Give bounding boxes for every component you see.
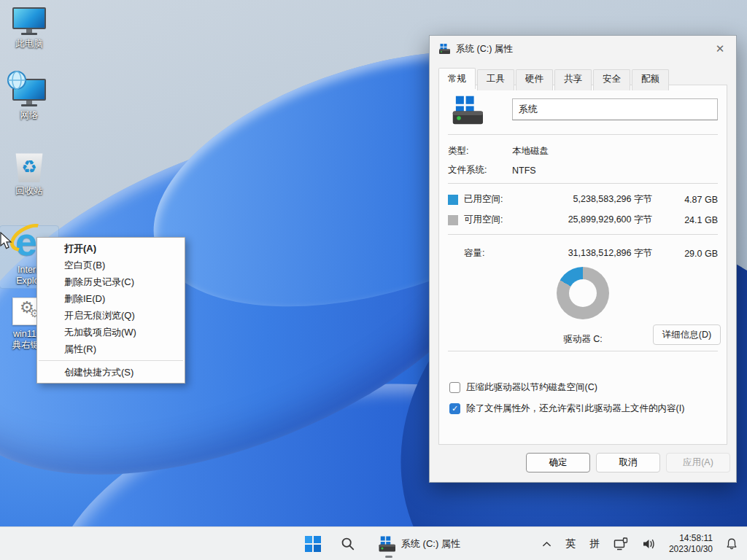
desktop-icon-label: 网络: [20, 110, 39, 121]
index-checkbox-row[interactable]: ✓ 除了文件属性外，还允许索引此驱动器上文件的内容(I): [449, 402, 684, 415]
globe-icon: [7, 70, 27, 90]
tab-general[interactable]: 常规: [438, 68, 476, 89]
tab-quota[interactable]: 配额: [632, 69, 669, 90]
capacity-row: 容量: 31,138,512,896 字节 29.0 GB: [448, 247, 718, 260]
tray-time: 14:58:11: [669, 533, 713, 544]
drive-caption: 驱动器 C:: [563, 333, 602, 346]
desktop-icon-label: 此电脑: [15, 39, 43, 50]
this-pc-icon: [12, 7, 46, 35]
menu-item-blank-page[interactable]: 空白页(B): [37, 257, 185, 273]
menu-item-properties[interactable]: 属性(R): [37, 341, 185, 357]
notification-center-button[interactable]: [721, 529, 743, 559]
bell-icon: [725, 537, 738, 551]
network-tray-button[interactable]: [609, 529, 632, 559]
capacity-label: 容量:: [464, 247, 534, 260]
search-button[interactable]: [334, 529, 362, 559]
menu-item-create-shortcut[interactable]: 创建快捷方式(S): [37, 364, 185, 381]
free-space-swatch: [448, 215, 458, 225]
apply-button[interactable]: 应用(A): [666, 453, 730, 472]
free-space-bytes: 25,899,929,600 字节: [534, 214, 662, 226]
used-space-bytes: 5,238,583,296 字节: [534, 193, 662, 206]
ethernet-icon: [614, 537, 628, 551]
network-icon: [12, 79, 46, 106]
menu-item-inprivate[interactable]: 开启无痕浏览(Q): [37, 307, 185, 324]
compress-checkbox-row[interactable]: ✓ 压缩此驱动器以节约磁盘空间(C): [449, 381, 597, 394]
menu-item-delete-ie[interactable]: 删除IE(D): [37, 290, 185, 307]
used-space-size: 4.87 GB: [662, 195, 718, 205]
tab-tools[interactable]: 工具: [477, 69, 514, 90]
tab-page-general: 类型: 本地磁盘 文件系统: NTFS 已用空间: 5,238,583,296 …: [438, 85, 727, 445]
volume-tray-button[interactable]: [638, 529, 661, 559]
type-row: 类型: 本地磁盘: [448, 145, 718, 158]
drive-icon-large: [451, 94, 483, 126]
type-value: 本地磁盘: [512, 145, 549, 158]
volume-label-input[interactable]: [512, 98, 718, 120]
cancel-button[interactable]: 取消: [596, 453, 660, 472]
tray-date: 2023/10/30: [669, 544, 713, 555]
disk-usage-donut: [557, 267, 609, 319]
menu-item-open[interactable]: 打开(A): [37, 240, 185, 257]
desktop: 此电脑 网络 ♻ 回收站 e Intern Explor: [0, 0, 747, 560]
compress-checkbox-label: 压缩此驱动器以节约磁盘空间(C): [466, 381, 597, 394]
search-icon: [341, 537, 355, 551]
mouse-cursor: [0, 232, 15, 251]
chevron-up-icon: [542, 541, 551, 548]
dialog-tabs: 常规 工具 硬件 共享 安全 配额: [438, 68, 670, 89]
taskbar-app-properties[interactable]: 系统 (C:) 属性: [369, 529, 469, 559]
taskbar-center: 系统 (C:) 属性: [299, 527, 469, 560]
menu-item-no-addons[interactable]: 无加载项启动(W): [37, 324, 185, 341]
capacity-bytes: 31,138,512,896 字节: [534, 247, 662, 260]
context-menu: 打开(A) 空白页(B) 删除历史记录(C) 删除IE(D) 开启无痕浏览(Q)…: [36, 237, 185, 384]
properties-dialog: 系统 (C:) 属性 ✕ 常规 工具 硬件 共享 安全 配额: [429, 35, 737, 483]
close-icon[interactable]: ✕: [708, 39, 732, 59]
speaker-icon: [642, 537, 657, 551]
recycle-bin-icon: ♻: [15, 152, 44, 182]
dialog-title: 系统 (C:) 属性: [456, 43, 513, 55]
tab-hardware[interactable]: 硬件: [516, 69, 553, 90]
filesystem-row: 文件系统: NTFS: [448, 164, 718, 176]
desktop-icon-recycle-bin[interactable]: ♻ 回收站: [0, 152, 58, 197]
free-space-row: 可用空间: 25,899,929,600 字节 24.1 GB: [448, 214, 718, 226]
used-space-swatch: [448, 195, 458, 205]
divider: [448, 183, 718, 184]
index-checkbox[interactable]: ✓: [449, 403, 460, 414]
filesystem-label: 文件系统:: [448, 164, 512, 176]
free-space-size: 24.1 GB: [662, 215, 718, 225]
taskbar: 系统 (C:) 属性 英 拼: [0, 526, 747, 560]
desktop-icon-network[interactable]: 网络: [0, 79, 58, 121]
index-checkbox-label: 除了文件属性外，还允许索引此驱动器上文件的内容(I): [466, 402, 684, 415]
menu-item-delete-history[interactable]: 删除历史记录(C): [37, 273, 185, 290]
windows-logo-icon: [305, 536, 321, 552]
donut-hole: [569, 279, 597, 307]
menu-separator: [39, 360, 183, 361]
capacity-size: 29.0 GB: [662, 249, 718, 259]
ime-mode-button[interactable]: 拼: [585, 529, 604, 559]
dialog-footer: 确定 取消 应用(A): [430, 443, 736, 482]
free-space-label: 可用空间:: [464, 214, 534, 226]
ok-button[interactable]: 确定: [526, 453, 590, 472]
system-tray: 英 拼 14:58:11 2023/10/30: [538, 527, 743, 560]
details-button[interactable]: 详细信息(D): [653, 324, 721, 345]
start-button[interactable]: [299, 529, 327, 559]
used-space-row: 已用空间: 5,238,583,296 字节 4.87 GB: [448, 193, 718, 206]
ime-language-button[interactable]: 英: [561, 529, 580, 559]
tab-security[interactable]: 安全: [593, 69, 630, 90]
running-indicator: [385, 556, 392, 558]
compress-checkbox[interactable]: ✓: [449, 382, 460, 393]
tab-sharing[interactable]: 共享: [554, 69, 592, 90]
divider: [448, 134, 718, 135]
dialog-titlebar[interactable]: 系统 (C:) 属性 ✕: [430, 36, 736, 62]
divider: [448, 234, 718, 235]
drive-icon: [438, 43, 450, 55]
desktop-icon-this-pc[interactable]: 此电脑: [0, 7, 58, 50]
tray-overflow-button[interactable]: [538, 529, 556, 559]
desktop-icon-label: 回收站: [15, 186, 43, 197]
clock[interactable]: 14:58:11 2023/10/30: [666, 533, 716, 555]
divider: [448, 351, 718, 351]
used-space-label: 已用空间:: [464, 193, 534, 206]
drive-icon: [378, 535, 395, 553]
type-label: 类型:: [448, 145, 512, 158]
taskbar-app-label: 系统 (C:) 属性: [401, 537, 460, 551]
filesystem-value: NTFS: [512, 166, 536, 176]
